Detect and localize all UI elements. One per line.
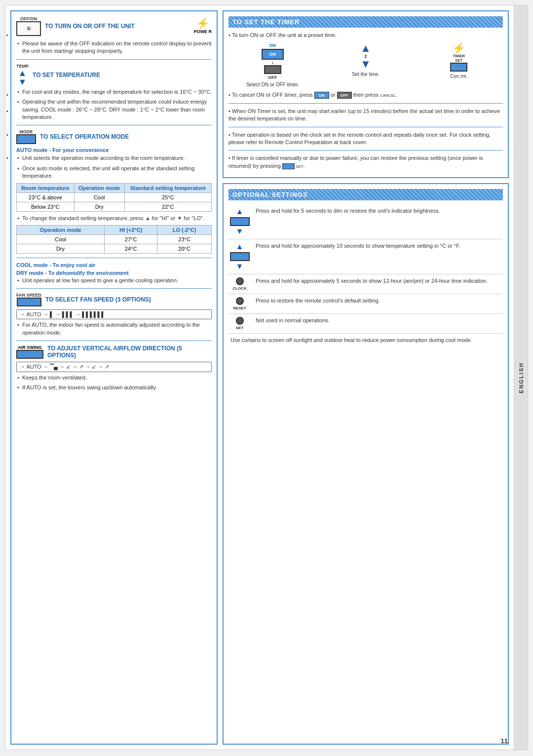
timer-cancel-note: • To cancel ON or OFF timer, press ON or… — [228, 91, 503, 99]
timer-step1: ON ON 1 OFF Select ON or OFF timer. — [228, 43, 317, 87]
timer-confirm-icon: ⚡ — [452, 43, 465, 54]
airswing-arrow-sequence: → AUTO → ▔▄ → ↙ → ↗ → ↙ → ↗ — [20, 364, 109, 370]
airswing-button[interactable] — [16, 350, 43, 359]
timer-on-label: ON — [269, 43, 276, 48]
temp-arrows: ▲ ▼ — [18, 69, 27, 86]
opt-text-2: Press and hold for approximately 10 seco… — [256, 242, 503, 250]
table-cell: 23°C & above — [17, 192, 75, 202]
mode-section: MODE TO SELECT OPERATION MODE — [16, 129, 212, 144]
timer-down-arrow-icon[interactable]: ▼ — [360, 59, 371, 70]
opt-icon-1: ▲ ▼ — [228, 207, 251, 236]
main-content: OFF/ON ① TO TURN ON OR OFF THE UNIT ⚡ PO… — [5, 5, 514, 750]
divider1 — [16, 59, 212, 60]
set-icon-label: SET — [236, 326, 244, 330]
temp-section: TEMP ▲ ▼ TO SET TEMPERATURE — [16, 64, 212, 86]
cool-dry-bullet1: Unit operates at low fan speed to give a… — [16, 277, 212, 284]
timer-step3: ⚡ TIMER SET Con rm. — [415, 43, 503, 79]
mode-bullet1: Unit selects the operation mode accordin… — [16, 154, 212, 162]
timer-steps: ON ON 1 OFF Select ON or OFF timer. — [228, 43, 503, 87]
mode-title-area: TO SELECT OPERATION MODE — [40, 133, 129, 140]
offon-bullet1: Please be aware of the OFF indication on… — [16, 40, 212, 55]
table-cell: 24°C — [105, 244, 157, 253]
timer-on-button[interactable]: ON — [262, 49, 284, 60]
airswing-bullet1: Keeps the room ventilated. — [16, 374, 212, 381]
page-number: 11 — [501, 737, 508, 745]
divider2 — [16, 125, 212, 125]
opt-icon-5: SET — [228, 317, 251, 330]
opt-row-3: CLOCK Press and hold for approximately 5… — [228, 274, 503, 294]
brightness-button[interactable] — [230, 217, 250, 226]
table-cell: 27°C — [105, 234, 157, 244]
table-cell: Below 23°C — [17, 202, 75, 211]
fan-section: FAN SPEED TO SELECT FAN SPEED (3 OPTIONS… — [16, 293, 212, 306]
auto-heading: AUTO mode - For your convenience — [16, 147, 212, 153]
table-cell: 23°C — [157, 234, 212, 244]
temp-bullet1: For cool and dry modes, the range of tem… — [16, 88, 212, 96]
table-row: Dry 24°C 20°C — [17, 244, 212, 253]
opt-text-3: Press and hold for approximately 5 secon… — [256, 277, 503, 285]
set-inline-button[interactable] — [282, 163, 295, 169]
fan-bullet1: For AUTO, the indoor fan speed is automa… — [16, 321, 212, 337]
timer-off-label: OFF — [268, 75, 277, 80]
set-circle-icon — [236, 317, 244, 325]
fan-title-area: TO SELECT FAN SPEED (3 OPTIONS) — [45, 296, 151, 303]
temp-icon-wrapper: TEMP ▲ ▼ — [16, 64, 29, 86]
step1-num: 1 — [271, 61, 273, 65]
timer-step2-icon: ▲ 2 ▼ — [360, 43, 371, 70]
airswing-label: AIR SWING — [18, 345, 42, 350]
divider-timer1 — [228, 103, 503, 104]
timer-off-button[interactable] — [264, 65, 281, 74]
mode-bullet2: Once auto mode is selected, the unit wil… — [16, 165, 212, 180]
op-table-header-0: Operation mode — [17, 225, 105, 234]
page: OFF/ON ① TO TURN ON OR OFF THE UNIT ⚡ PO… — [5, 5, 528, 750]
opt-row-2: ▲ ▼ Press and hold for approximately 10 … — [228, 239, 503, 274]
optional-footer: Use curtains to screen off sunlight and … — [228, 334, 503, 344]
mode-table: Room temperature Operation mode Standard… — [16, 183, 212, 212]
optional-section: OPTIONAL SETTINGS ▲ ▼ Press and hold for… — [223, 183, 509, 745]
timer-up-arrow-icon[interactable]: ▲ — [360, 43, 371, 54]
temp-cf-button[interactable] — [230, 252, 250, 261]
table-row: Below 23°C Dry 22°C — [17, 202, 212, 211]
temp-up-arrow-icon[interactable]: ▲ — [18, 69, 27, 77]
op-table-header-1: HI (+2°C) — [105, 225, 157, 234]
fan-arrow-sequence: → AUTO → ▌ → ▌▌▌ → ▌▌▌▌▌▌ — [20, 311, 105, 317]
clock-icon-label: CLOCK — [232, 286, 246, 291]
table-row: 23°C & above Cool 25°C — [17, 192, 212, 202]
on-inline-button[interactable]: ON — [314, 92, 329, 99]
opt-row-1: ▲ ▼ Press and hold for 5 seconds to dim … — [228, 204, 503, 239]
timer-bullet3: • Timer operation is based on the clock … — [228, 131, 503, 147]
airswing-section: AIR SWING TO ADJUST VERTICAL AIRFLOW DIR… — [16, 345, 212, 359]
temp-up-icon: ▲ — [236, 242, 244, 251]
clock-circle-icon — [236, 277, 244, 285]
opt-row-4: RESET Press to restore the remote contro… — [228, 294, 503, 314]
power-icon-wrapper: ⚡ POWE R — [193, 18, 212, 34]
offon-title-area: TO TURN ON OR OFF THE UNIT — [45, 23, 190, 30]
divider4 — [16, 288, 212, 289]
op-table-header-2: LO (-2°C) — [157, 225, 212, 234]
offon-button[interactable]: ① — [16, 21, 41, 36]
set-label: SET — [455, 58, 463, 63]
timer-bullet1: • To turn ON or OFF the unit at a preset… — [228, 32, 503, 39]
opt-text-4: Press to restore the remote control's de… — [256, 297, 503, 304]
timer-step1-label: Select ON or OFF timer. — [246, 82, 299, 87]
table-cell: Cool — [17, 234, 105, 244]
offon-section: OFF/ON ① TO TURN ON OR OFF THE UNIT ⚡ PO… — [16, 16, 212, 36]
airswing-bullet2: If AUTO is set, the louvers swing up/dow… — [16, 384, 212, 391]
fan-button[interactable] — [17, 298, 41, 306]
power-label: POWE R — [193, 29, 212, 34]
timer-step2-label: Set the time. — [352, 72, 380, 77]
off-inline-button[interactable]: OFF — [337, 92, 352, 99]
airswing-title: TO ADJUST VERTICAL AIRFLOW DIRECTION (5 … — [47, 345, 182, 359]
power-symbol-icon: ⚡ — [196, 18, 209, 29]
temp-down-arrow-icon[interactable]: ▼ — [18, 77, 27, 86]
temp-bullet2: Operating the unit within the recommende… — [16, 98, 212, 121]
timer-bullet4: • If timer is cancelled manually or due … — [228, 154, 503, 170]
timer-set-button[interactable] — [450, 63, 467, 72]
opt-icon-3: CLOCK — [228, 277, 251, 291]
opt-icon-2: ▲ ▼ — [228, 242, 251, 271]
table-row: Cool 27°C 23°C — [17, 234, 212, 244]
timer-bullet2: • When ON Timer is set, the unit may sta… — [228, 108, 503, 123]
timer-step1-icon: ON ON 1 OFF — [262, 43, 284, 80]
temp-title: TO SET TEMPERATURE — [33, 72, 100, 78]
mode-button[interactable] — [16, 134, 36, 144]
